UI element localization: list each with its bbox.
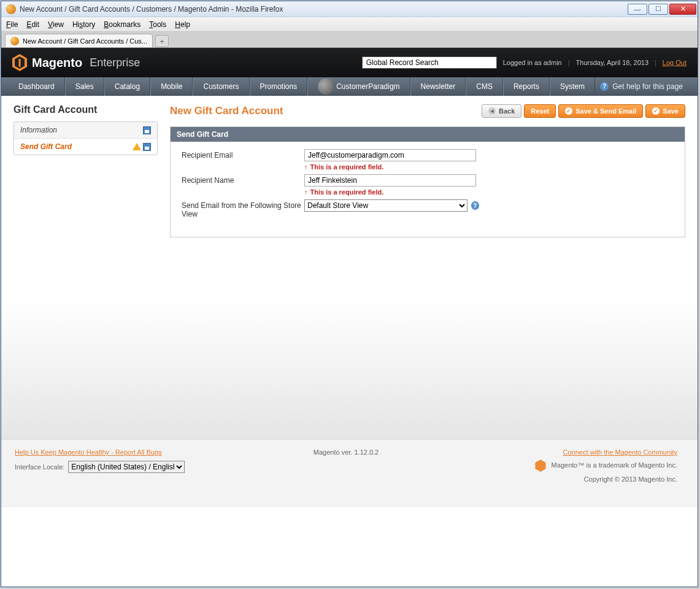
tab-favicon [10,37,19,45]
menu-bookmarks[interactable]: Bookmarks [104,20,140,29]
locale-label: Interface Locale: [15,463,64,471]
validation-error: This is a required field. [304,188,479,196]
locale-select[interactable]: English (United States) / English [68,461,185,473]
close-button[interactable]: ✕ [669,4,696,15]
copyright-text: Copyright © 2013 Magento Inc. [456,475,677,483]
menu-help[interactable]: Help [175,20,190,29]
section-header: Send Gift Card [171,127,685,142]
back-arrow-icon: ◄ [488,107,496,115]
check-icon: ✓ [565,107,572,115]
nav-mobile[interactable]: Mobile [150,77,193,96]
label-recipient-name: Recipient Name [182,174,304,185]
warning-icon [133,143,141,150]
menu-view[interactable]: View [48,20,64,29]
brand-text: Magento [32,56,82,70]
check-icon: ✓ [652,107,660,115]
menu-file[interactable]: File [6,20,18,29]
magento-footer-icon [535,460,546,472]
nav-customerparadigm[interactable]: CustomerParadigm [307,77,410,96]
trademark-text: Magento™ is a trademark of Magento Inc. [552,461,677,469]
browser-tab[interactable]: New Account / Gift Card Accounts / Cus..… [5,34,153,47]
tab-title: New Account / Gift Card Accounts / Cus..… [23,37,147,45]
nav-help-link[interactable]: ? Get help for this page [600,82,690,91]
label-recipient-email: Recipient Email [182,149,304,160]
browser-tabbar: New Account / Gift Card Accounts / Cus..… [1,32,698,48]
save-icon [143,126,151,134]
save-send-button[interactable]: ✓Save & Send Email [558,104,643,118]
nav-sales[interactable]: Sales [65,77,104,96]
logout-link[interactable]: Log Out [663,59,687,66]
window-titlebar: New Account / Gift Card Accounts / Custo… [1,1,698,17]
main-panel: New Gift Card Account ◄Back Reset ✓Save … [170,104,685,431]
sidebar: Gift Card Account Information Send Gift … [13,104,158,431]
nav-dashboard[interactable]: Dashboard [9,77,65,96]
minimize-button[interactable]: — [628,4,647,15]
sidebar-tab-send-gift-card[interactable]: Send Gift Card [14,139,157,155]
cp-logo-icon [318,79,334,94]
magento-header: Magento Enterprise Logged in as admin | … [1,48,698,77]
recipient-name-input[interactable] [304,174,476,187]
menu-edit[interactable]: Edit [26,20,39,29]
report-bugs-link[interactable]: Help Us Keep Magento Healthy - Report Al… [15,448,162,456]
magento-logo-icon [12,54,27,71]
sidebar-tab-label: Information [20,126,57,134]
magento-footer: Help Us Keep Magento Healthy - Report Al… [1,439,698,507]
new-tab-button[interactable]: + [155,35,169,47]
hint-icon[interactable]: ? [471,201,479,210]
nav-cms[interactable]: CMS [466,77,503,96]
save-button[interactable]: ✓Save [645,104,685,118]
svg-marker-3 [535,460,545,472]
menu-tools[interactable]: Tools [149,20,166,29]
sidebar-tab-information[interactable]: Information [14,122,157,139]
date-text: Thursday, April 18, 2013 [576,59,648,66]
back-button[interactable]: ◄Back [482,104,521,118]
magento-logo: Magento Enterprise [12,54,140,71]
edition-text: Enterprise [90,56,140,69]
nav-catalog[interactable]: Catalog [104,77,150,96]
nav-system[interactable]: System [550,77,595,96]
window-title: New Account / Gift Card Accounts / Custo… [20,5,628,13]
section-send-gift-card: Send Gift Card Recipient Email This is a… [170,126,685,237]
validation-error: This is a required field. [304,163,479,171]
version-text: Magento ver. 1.12.0.2 [313,448,379,456]
help-icon: ? [600,82,609,91]
nav-promotions[interactable]: Promotions [250,77,308,96]
logged-in-text: Logged in as admin [503,59,562,66]
firefox-icon [6,4,16,14]
recipient-email-input[interactable] [304,149,476,161]
page-title: New Gift Card Account [170,105,283,117]
svg-rect-2 [19,59,21,67]
magento-nav: Dashboard Sales Catalog Mobile Customers… [1,77,698,96]
browser-menubar: File Edit View History Bookmarks Tools H… [1,17,698,32]
label-store-view: Send Email from the Following Store View [182,199,304,218]
community-link[interactable]: Connect with the Magento Community [563,448,677,456]
nav-newsletter[interactable]: Newsletter [410,77,466,96]
save-icon [143,143,151,151]
store-view-select[interactable]: Default Store View [304,199,467,212]
maximize-button[interactable]: ☐ [648,4,668,15]
sidebar-title: Gift Card Account [13,104,158,115]
sidebar-tab-label: Send Gift Card [20,142,72,151]
nav-reports[interactable]: Reports [503,77,550,96]
global-search-input[interactable] [362,56,497,69]
menu-history[interactable]: History [72,20,95,29]
reset-button[interactable]: Reset [524,104,556,118]
nav-customers[interactable]: Customers [193,77,249,96]
